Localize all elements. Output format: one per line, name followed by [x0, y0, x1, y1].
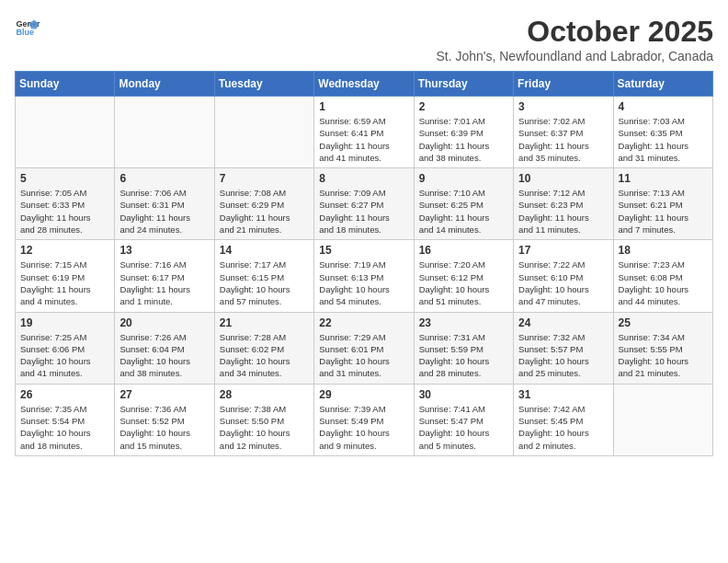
calendar-cell: [613, 384, 712, 455]
calendar-cell: 15Sunrise: 7:19 AM Sunset: 6:13 PM Dayli…: [314, 240, 414, 312]
calendar-cell: 7Sunrise: 7:08 AM Sunset: 6:29 PM Daylig…: [214, 168, 313, 240]
calendar-cell: 1Sunrise: 6:59 AM Sunset: 6:41 PM Daylig…: [314, 97, 414, 168]
day-number: 4: [619, 100, 708, 113]
calendar-cell: 29Sunrise: 7:39 AM Sunset: 5:49 PM Dayli…: [314, 384, 414, 455]
calendar-cell: 8Sunrise: 7:09 AM Sunset: 6:27 PM Daylig…: [314, 168, 414, 240]
calendar-cell: 13Sunrise: 7:16 AM Sunset: 6:17 PM Dayli…: [115, 240, 214, 312]
day-info: Sunrise: 7:36 AM Sunset: 5:52 PM Dayligh…: [119, 403, 209, 452]
logo-icon: General Blue: [15, 15, 40, 40]
day-info: Sunrise: 7:41 AM Sunset: 5:47 PM Dayligh…: [419, 403, 508, 452]
day-info: Sunrise: 7:20 AM Sunset: 6:12 PM Dayligh…: [419, 259, 508, 307]
day-info: Sunrise: 7:42 AM Sunset: 5:45 PM Dayligh…: [518, 403, 608, 452]
day-info: Sunrise: 6:59 AM Sunset: 6:41 PM Dayligh…: [319, 115, 408, 164]
calendar-cell: 11Sunrise: 7:13 AM Sunset: 6:21 PM Dayli…: [613, 168, 712, 240]
calendar-cell: 4Sunrise: 7:03 AM Sunset: 6:35 PM Daylig…: [613, 97, 712, 168]
day-info: Sunrise: 7:16 AM Sunset: 6:17 PM Dayligh…: [119, 259, 209, 307]
calendar-cell: 18Sunrise: 7:23 AM Sunset: 6:08 PM Dayli…: [613, 240, 712, 312]
day-number: 13: [119, 244, 209, 257]
day-info: Sunrise: 7:31 AM Sunset: 5:59 PM Dayligh…: [419, 331, 508, 380]
calendar-cell: 16Sunrise: 7:20 AM Sunset: 6:12 PM Dayli…: [414, 240, 513, 312]
day-info: Sunrise: 7:39 AM Sunset: 5:49 PM Dayligh…: [319, 403, 408, 452]
day-info: Sunrise: 7:19 AM Sunset: 6:13 PM Dayligh…: [319, 259, 408, 307]
month-title: October 2025: [436, 15, 713, 49]
day-number: 10: [518, 172, 608, 185]
logo: General Blue: [15, 15, 40, 40]
day-number: 28: [220, 388, 309, 401]
calendar-cell: 3Sunrise: 7:02 AM Sunset: 6:37 PM Daylig…: [514, 97, 613, 168]
day-header-monday: Monday: [115, 72, 214, 97]
calendar-table: SundayMondayTuesdayWednesdayThursdayFrid…: [15, 71, 713, 456]
day-info: Sunrise: 7:22 AM Sunset: 6:10 PM Dayligh…: [518, 259, 608, 307]
day-info: Sunrise: 7:26 AM Sunset: 6:04 PM Dayligh…: [119, 331, 209, 380]
day-number: 3: [518, 100, 608, 113]
day-number: 1: [319, 100, 408, 113]
day-info: Sunrise: 7:02 AM Sunset: 6:37 PM Dayligh…: [518, 115, 608, 164]
day-info: Sunrise: 7:28 AM Sunset: 6:02 PM Dayligh…: [220, 331, 309, 380]
day-info: Sunrise: 7:05 AM Sunset: 6:33 PM Dayligh…: [20, 187, 109, 236]
day-info: Sunrise: 7:17 AM Sunset: 6:15 PM Dayligh…: [220, 259, 309, 307]
day-number: 19: [20, 316, 109, 329]
calendar-cell: 27Sunrise: 7:36 AM Sunset: 5:52 PM Dayli…: [115, 384, 214, 455]
day-number: 29: [319, 388, 408, 401]
calendar-week-row: 26Sunrise: 7:35 AM Sunset: 5:54 PM Dayli…: [16, 384, 713, 455]
day-info: Sunrise: 7:23 AM Sunset: 6:08 PM Dayligh…: [619, 259, 708, 307]
day-info: Sunrise: 7:13 AM Sunset: 6:21 PM Dayligh…: [619, 187, 708, 236]
calendar-cell: 28Sunrise: 7:38 AM Sunset: 5:50 PM Dayli…: [214, 384, 313, 455]
calendar-cell: 21Sunrise: 7:28 AM Sunset: 6:02 PM Dayli…: [214, 312, 313, 384]
day-info: Sunrise: 7:08 AM Sunset: 6:29 PM Dayligh…: [220, 187, 309, 236]
day-info: Sunrise: 7:06 AM Sunset: 6:31 PM Dayligh…: [119, 187, 209, 236]
calendar-week-row: 5Sunrise: 7:05 AM Sunset: 6:33 PM Daylig…: [16, 168, 713, 240]
day-number: 21: [220, 316, 309, 329]
day-number: 17: [518, 244, 608, 257]
day-info: Sunrise: 7:29 AM Sunset: 6:01 PM Dayligh…: [319, 331, 408, 380]
calendar-cell: 23Sunrise: 7:31 AM Sunset: 5:59 PM Dayli…: [414, 312, 513, 384]
day-number: 15: [319, 244, 408, 257]
calendar-cell: [214, 97, 313, 168]
calendar-week-row: 19Sunrise: 7:25 AM Sunset: 6:06 PM Dayli…: [16, 312, 713, 384]
day-info: Sunrise: 7:32 AM Sunset: 5:57 PM Dayligh…: [518, 331, 608, 380]
page-header: General Blue October 2025 St. John's, Ne…: [15, 15, 713, 63]
calendar-cell: [16, 97, 115, 168]
day-info: Sunrise: 7:35 AM Sunset: 5:54 PM Dayligh…: [20, 403, 109, 452]
day-number: 31: [518, 388, 608, 401]
day-number: 16: [419, 244, 508, 257]
calendar-cell: 14Sunrise: 7:17 AM Sunset: 6:15 PM Dayli…: [214, 240, 313, 312]
day-header-sunday: Sunday: [16, 72, 115, 97]
location-subtitle: St. John's, Newfoundland and Labrador, C…: [436, 49, 713, 63]
calendar-cell: 26Sunrise: 7:35 AM Sunset: 5:54 PM Dayli…: [16, 384, 115, 455]
calendar-cell: 9Sunrise: 7:10 AM Sunset: 6:25 PM Daylig…: [414, 168, 513, 240]
day-number: 20: [119, 316, 209, 329]
day-number: 22: [319, 316, 408, 329]
calendar-cell: 5Sunrise: 7:05 AM Sunset: 6:33 PM Daylig…: [16, 168, 115, 240]
calendar-cell: 2Sunrise: 7:01 AM Sunset: 6:39 PM Daylig…: [414, 97, 513, 168]
calendar-cell: 24Sunrise: 7:32 AM Sunset: 5:57 PM Dayli…: [514, 312, 613, 384]
day-number: 26: [20, 388, 109, 401]
day-number: 24: [518, 316, 608, 329]
day-header-friday: Friday: [514, 72, 613, 97]
day-number: 11: [619, 172, 708, 185]
calendar-header-row: SundayMondayTuesdayWednesdayThursdayFrid…: [16, 72, 713, 97]
day-info: Sunrise: 7:34 AM Sunset: 5:55 PM Dayligh…: [619, 331, 708, 380]
calendar-week-row: 12Sunrise: 7:15 AM Sunset: 6:19 PM Dayli…: [16, 240, 713, 312]
day-header-wednesday: Wednesday: [314, 72, 414, 97]
day-info: Sunrise: 7:25 AM Sunset: 6:06 PM Dayligh…: [20, 331, 109, 380]
day-info: Sunrise: 7:12 AM Sunset: 6:23 PM Dayligh…: [518, 187, 608, 236]
title-block: October 2025 St. John's, Newfoundland an…: [436, 15, 713, 63]
day-number: 2: [419, 100, 508, 113]
svg-text:Blue: Blue: [16, 28, 34, 37]
day-number: 7: [220, 172, 309, 185]
calendar-cell: 6Sunrise: 7:06 AM Sunset: 6:31 PM Daylig…: [115, 168, 214, 240]
day-number: 5: [20, 172, 109, 185]
day-number: 14: [220, 244, 309, 257]
day-info: Sunrise: 7:01 AM Sunset: 6:39 PM Dayligh…: [419, 115, 508, 164]
day-header-tuesday: Tuesday: [214, 72, 313, 97]
calendar-cell: [115, 97, 214, 168]
calendar-cell: 19Sunrise: 7:25 AM Sunset: 6:06 PM Dayli…: [16, 312, 115, 384]
day-info: Sunrise: 7:15 AM Sunset: 6:19 PM Dayligh…: [20, 259, 109, 307]
day-info: Sunrise: 7:09 AM Sunset: 6:27 PM Dayligh…: [319, 187, 408, 236]
calendar-week-row: 1Sunrise: 6:59 AM Sunset: 6:41 PM Daylig…: [16, 97, 713, 168]
calendar-cell: 12Sunrise: 7:15 AM Sunset: 6:19 PM Dayli…: [16, 240, 115, 312]
calendar-cell: 30Sunrise: 7:41 AM Sunset: 5:47 PM Dayli…: [414, 384, 513, 455]
day-number: 8: [319, 172, 408, 185]
calendar-cell: 22Sunrise: 7:29 AM Sunset: 6:01 PM Dayli…: [314, 312, 414, 384]
